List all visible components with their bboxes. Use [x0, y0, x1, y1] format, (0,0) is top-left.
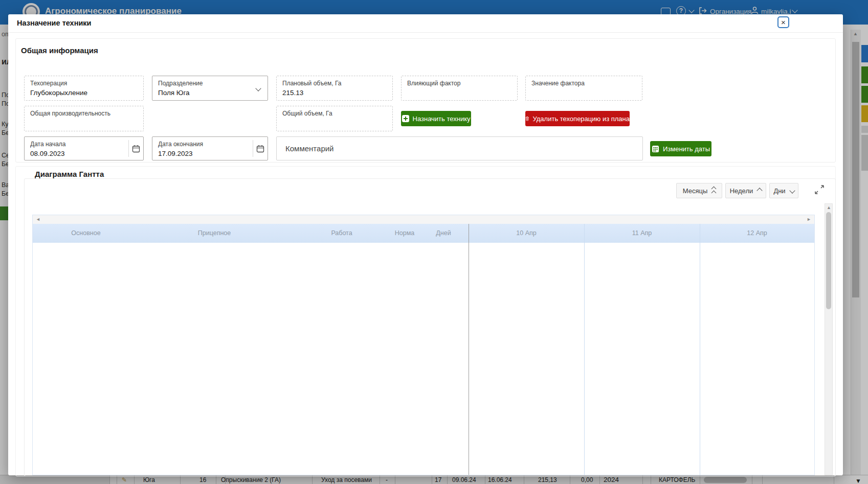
column-separator: [584, 224, 585, 475]
double-chevron-up-icon: [712, 187, 716, 195]
close-icon[interactable]: ×: [777, 16, 789, 28]
scroll-right-icon[interactable]: ►: [807, 217, 811, 222]
column-header: Норма: [395, 229, 414, 237]
notes-icon: [652, 145, 659, 153]
gantt-body: [33, 243, 814, 475]
calendar-icon[interactable]: [256, 145, 264, 153]
techop-field: Техоперация Глубокорыхление: [24, 76, 144, 101]
section-title: Общая информация: [21, 46, 98, 55]
column-separator: [469, 224, 469, 475]
scroll-left-icon[interactable]: ◄: [36, 217, 40, 222]
factor-value-field: Значение фактора: [525, 76, 642, 101]
date-header: 12 Апр: [747, 229, 767, 237]
column-separator: [700, 224, 700, 475]
calendar-icon[interactable]: [132, 145, 140, 153]
view-months-button[interactable]: Месяцы: [676, 183, 722, 198]
scroll-up-icon[interactable]: ▲: [827, 205, 831, 210]
modal-title: Назначение техники: [17, 19, 92, 27]
influencing-factor-field: Влияющий фактор: [401, 76, 518, 101]
column-header: Дней: [436, 229, 451, 237]
gantt-grid: ◄ ► Основное Прицепное Работа Норма Дней…: [32, 215, 815, 475]
chevron-up-icon: [757, 188, 763, 193]
trash-icon: [525, 115, 529, 122]
gantt-header-row: Основное Прицепное Работа Норма Дней 10 …: [33, 224, 814, 243]
change-dates-button[interactable]: Изменить даты: [650, 141, 711, 156]
column-header: Работа: [331, 229, 352, 237]
plus-icon: [402, 115, 409, 122]
screen: Агрономическое планирование ? Организаци…: [0, 0, 868, 484]
comment-placeholder: Комментарий: [285, 144, 333, 153]
planned-volume-field: Плановый объем, Га 215.13: [276, 76, 393, 101]
chevron-down-icon: [789, 188, 795, 193]
total-volume-field: Общий объем, Га: [276, 106, 393, 131]
scrollbar-thumb[interactable]: [826, 212, 831, 309]
gantt-vertical-scrollbar[interactable]: ▲: [825, 203, 833, 475]
gantt-horizontal-scrollbar[interactable]: ◄ ►: [33, 215, 814, 224]
view-days-button[interactable]: Дни: [769, 183, 798, 198]
divider: [128, 140, 129, 157]
fullscreen-expand-icon[interactable]: [814, 184, 825, 195]
delete-operation-button[interactable]: Удалить техоперацию из плана: [525, 111, 630, 126]
end-date-picker[interactable]: Дата окончания 17.09.2023: [152, 136, 268, 160]
start-date-picker[interactable]: Дата начала 08.09.2023: [24, 136, 144, 160]
view-weeks-button[interactable]: Недели: [725, 183, 766, 198]
column-header: Основное: [71, 229, 100, 237]
assign-equipment-button[interactable]: Назначить технику: [401, 111, 471, 126]
divider: [8, 32, 843, 33]
date-header: 11 Апр: [632, 229, 652, 237]
total-productivity-field: Общая производительность: [24, 106, 144, 131]
assign-equipment-modal: Назначение техники × Общая информация Те…: [8, 14, 843, 475]
comment-input[interactable]: Комментарий: [276, 136, 643, 160]
division-select[interactable]: Подразделение Поля Юга: [152, 76, 268, 101]
gantt-title: Диаграмма Гантта: [35, 170, 104, 178]
divider: [253, 140, 253, 157]
date-header: 10 Апр: [516, 229, 536, 237]
column-header: Прицепное: [198, 229, 231, 237]
